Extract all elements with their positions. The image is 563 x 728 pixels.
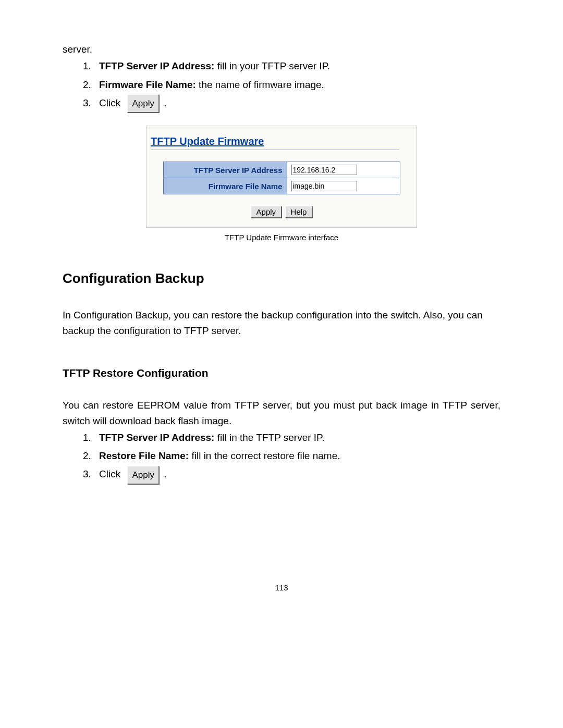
label-bold: TFTP Server IP Address: xyxy=(99,60,214,71)
label-bold: Restore File Name: xyxy=(99,450,189,461)
list-item: Restore File Name: fill in the correct r… xyxy=(94,447,500,465)
intro-continuation: server. xyxy=(63,42,500,57)
button-row: Apply Help xyxy=(146,206,417,218)
para-tftp-restore: You can restore EEPROM value from TFTP s… xyxy=(63,398,500,428)
list-firmware-steps: TFTP Server IP Address: fill in your TFT… xyxy=(63,57,500,113)
heading-config-backup: Configuration Backup xyxy=(63,270,500,287)
label-rest: fill in your TFTP server IP. xyxy=(214,60,330,71)
heading-tftp-restore: TFTP Restore Configuration xyxy=(63,367,500,379)
label-cell-filename: Firmware File Name xyxy=(163,178,287,194)
list-item: TFTP Server IP Address: fill in your TFT… xyxy=(94,57,500,75)
firmware-filename-input[interactable] xyxy=(291,181,357,191)
label-bold: Firmware File Name: xyxy=(99,79,196,90)
value-cell-filename xyxy=(287,178,400,194)
list-item: Firmware File Name: the name of firmware… xyxy=(94,76,500,94)
click-suffix: . xyxy=(161,468,167,479)
figure-caption: TFTP Update Firmware interface xyxy=(63,233,500,242)
apply-button-inline[interactable]: Apply xyxy=(127,466,159,484)
label-cell-ip: TFTP Server IP Address xyxy=(163,162,287,178)
page-number: 113 xyxy=(63,583,500,592)
value-cell-ip xyxy=(287,162,400,178)
list-item: Click Apply . xyxy=(94,94,500,113)
click-prefix: Click xyxy=(99,468,123,479)
list-item: TFTP Server IP Address: fill in the TFTP… xyxy=(94,428,500,447)
label-bold: TFTP Server IP Address: xyxy=(99,432,214,443)
para-config-backup: In Configuration Backup, you can restore… xyxy=(63,307,500,338)
list-item: Click Apply . xyxy=(94,465,500,484)
help-button[interactable]: Help xyxy=(285,206,313,218)
figure-tftp-update: TFTP Update Firmware TFTP Server IP Addr… xyxy=(146,126,417,228)
apply-button-inline[interactable]: Apply xyxy=(127,94,159,113)
table-row: Firmware File Name xyxy=(163,178,400,194)
label-rest: fill in the TFTP server IP. xyxy=(214,432,324,443)
table-row: TFTP Server IP Address xyxy=(163,162,400,178)
apply-button[interactable]: Apply xyxy=(251,206,282,218)
figure-title: TFTP Update Firmware xyxy=(151,135,264,151)
label-rest: fill in the correct restore file name. xyxy=(189,450,340,461)
tftp-ip-input[interactable] xyxy=(291,165,357,175)
label-rest: the name of firmware image. xyxy=(196,79,324,90)
list-restore-steps: TFTP Server IP Address: fill in the TFTP… xyxy=(63,428,500,484)
click-suffix: . xyxy=(161,97,167,108)
click-prefix: Click xyxy=(99,97,123,108)
form-table: TFTP Server IP Address Firmware File Nam… xyxy=(163,162,400,194)
